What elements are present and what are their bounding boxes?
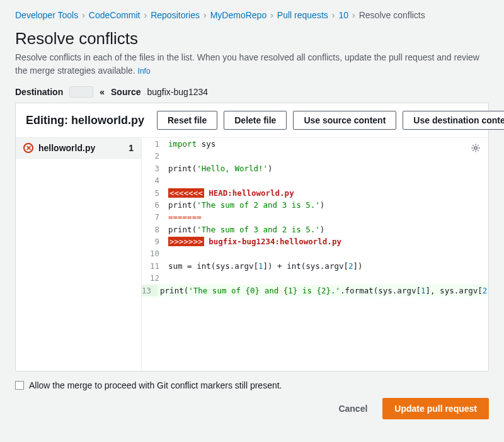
reset-file-button[interactable]: Reset file: [157, 111, 217, 130]
crumb-repositories[interactable]: Repositories: [151, 10, 200, 20]
chevron-right-icon: ›: [82, 10, 85, 20]
cancel-button[interactable]: Cancel: [332, 399, 374, 419]
branch-bar: Destination « Source bugfix-bug1234: [15, 86, 489, 98]
info-link[interactable]: Info: [138, 67, 151, 76]
allow-markers-checkbox-row[interactable]: Allow the merge to proceed with Git conf…: [15, 380, 489, 390]
checkbox-icon[interactable]: [15, 381, 24, 390]
use-destination-button[interactable]: Use destination content: [403, 111, 504, 130]
crumb-codecommit[interactable]: CodeCommit: [89, 10, 140, 20]
conflict-count: 1: [129, 143, 134, 153]
crumb-pull-requests[interactable]: Pull requests: [277, 10, 328, 20]
chevron-right-icon: ›: [332, 10, 335, 20]
conflict-icon: ✕: [23, 143, 33, 153]
card-header: Editing: helloworld.py Reset file Delete…: [16, 103, 488, 138]
merge-direction-icon: «: [100, 87, 105, 97]
footer: Allow the merge to proceed with Git conf…: [15, 371, 489, 431]
page-description: Resolve conflicts in each of the files i…: [15, 51, 489, 77]
chevron-right-icon: ›: [270, 10, 273, 20]
file-sidebar: ✕ helloworld.py 1: [16, 138, 142, 371]
chevron-right-icon: ›: [203, 10, 207, 20]
crumb-developer-tools[interactable]: Developer Tools: [15, 10, 78, 20]
conflict-editor-card: Editing: helloworld.py Reset file Delete…: [15, 103, 489, 371]
editing-file-label: Editing: helloworld.py: [26, 114, 144, 127]
crumb-pr-number[interactable]: 10: [338, 10, 348, 20]
crumb-mydemorepo[interactable]: MyDemoRepo: [210, 10, 266, 20]
chevron-right-icon: ›: [352, 10, 355, 20]
delete-file-button[interactable]: Delete file: [224, 111, 287, 130]
update-pull-request-button[interactable]: Update pull request: [382, 398, 489, 419]
source-label: Source: [111, 87, 140, 97]
destination-label: Destination: [15, 87, 63, 97]
file-list-item[interactable]: ✕ helloworld.py 1: [16, 138, 141, 159]
code-editor[interactable]: 1import sys 2 3print('Hello, World!') 4 …: [142, 138, 488, 371]
source-branch: bugfix-bug1234: [147, 87, 209, 97]
use-source-button[interactable]: Use source content: [293, 111, 396, 130]
svg-point-0: [474, 147, 477, 149]
crumb-current: Resolve conflicts: [359, 10, 425, 20]
breadcrumb: Developer Tools › CodeCommit › Repositor…: [15, 10, 489, 20]
page-title: Resolve conflicts: [15, 29, 489, 48]
destination-branch-pill: [69, 86, 93, 98]
chevron-right-icon: ›: [144, 10, 147, 20]
file-name: helloworld.py: [38, 143, 123, 153]
allow-markers-label: Allow the merge to proceed with Git conf…: [29, 380, 282, 390]
gear-icon[interactable]: [471, 143, 481, 156]
